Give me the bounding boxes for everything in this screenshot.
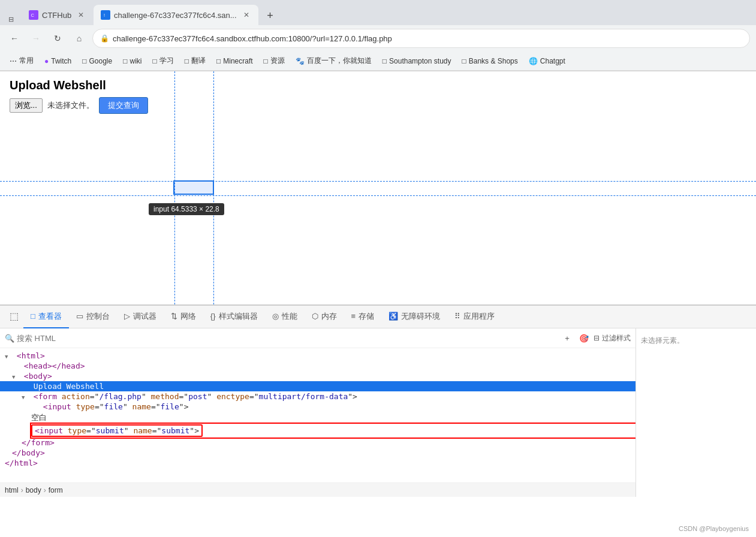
inspector-tooltip-size: 64.5333 × 22.8	[171, 205, 219, 213]
address-bar: ← → ↻ ⌂ 🔒 challenge-67c337ec377fc6c4.san…	[0, 25, 756, 52]
bookmark-study-icon: □	[152, 57, 156, 65]
search-input[interactable]	[17, 334, 558, 343]
reload-button[interactable]: ↻	[49, 30, 66, 47]
input-submit-name-attr: name	[133, 426, 152, 435]
bookmark-changeyong[interactable]: ⋯ 常用	[5, 54, 38, 68]
tab-challenge[interactable]: ! challenge-67c337ec377fc6c4.san... ✕	[94, 5, 258, 25]
bookmark-baidu-icon: 🐾	[296, 57, 305, 65]
bookmark-baidu[interactable]: 🐾 百度一下，你就知道	[291, 54, 377, 68]
breadcrumb-sep-1: ›	[21, 486, 23, 494]
bookmark-resource[interactable]: □ 资源	[259, 54, 290, 68]
form-open-tag: <form	[34, 392, 62, 401]
bookmarks-bar: ⋯ 常用 ● Twitch □ Google □ wiki □ 学习 □ 翻译 …	[0, 52, 756, 71]
bookmark-wiki[interactable]: □ wiki	[118, 55, 146, 67]
browser-chrome: ⊟ C CTFHub ✕ ! challenge-67c337ec377fc6c…	[0, 0, 756, 71]
form-action-value: /flag.php	[99, 392, 141, 401]
page-title: Upload Webshell	[10, 79, 746, 92]
devtools-tab-memory[interactable]: ⬡ 内存	[305, 306, 344, 328]
back-button[interactable]: ←	[6, 30, 23, 47]
breadcrumb-body[interactable]: body	[26, 486, 41, 494]
body-close-tag: </body>	[12, 448, 45, 457]
tab-ctfhub-close[interactable]: ✕	[76, 10, 86, 20]
inspector-label: 查看器	[38, 311, 62, 322]
breadcrumb-html[interactable]: html	[5, 486, 19, 494]
submit-red-box: <input type="submit" name="submit">	[31, 424, 203, 437]
form-action-attr: action	[62, 392, 90, 401]
bookmark-chatgpt-label: Chatgpt	[540, 57, 565, 65]
tree-form-close[interactable]: </form>	[0, 438, 635, 448]
tab-bar: ⊟ C CTFHub ✕ ! challenge-67c337ec377fc6c…	[0, 0, 756, 25]
tree-input-file[interactable]: <input type="file" name="file">	[0, 402, 635, 412]
input-file-tag: <input	[43, 402, 76, 411]
accessibility-label: 无障碍环境	[401, 311, 440, 322]
debugger-icon: ▷	[124, 312, 130, 321]
devtools-pick-btn[interactable]: ⬚	[5, 306, 23, 328]
performance-label: 性能	[282, 311, 297, 322]
devtools-tab-performance[interactable]: ◎ 性能	[265, 306, 305, 328]
tree-form[interactable]: <form action="/flag.php" method="post" e…	[0, 391, 635, 402]
devtools-tab-inspector[interactable]: □ 查看器	[23, 306, 69, 328]
storage-label: 存储	[359, 311, 374, 322]
bookmark-resource-label: 资源	[270, 56, 285, 66]
devtools-tab-application[interactable]: ⠿ 应用程序	[447, 306, 502, 328]
breadcrumb-bar: html › body › form	[0, 482, 635, 497]
tree-head[interactable]: <head></head>	[0, 361, 635, 371]
breadcrumb-form[interactable]: form	[49, 486, 63, 494]
inspector-hline-top	[0, 181, 756, 182]
application-icon: ⠿	[454, 312, 460, 321]
tab-ctfhub-label: CTFHub	[42, 11, 71, 20]
form-method-attr: method	[151, 392, 179, 401]
pick-element-button[interactable]: 🎯	[577, 331, 591, 345]
sidebar-toggle-btn[interactable]: ⊟	[5, 13, 17, 25]
tab-ctfhub[interactable]: C CTFHub ✕	[22, 5, 94, 25]
devtools-tab-network[interactable]: ⇅ 网络	[164, 306, 203, 328]
security-icon: 🔒	[100, 34, 109, 43]
bookmark-banks-icon: □	[462, 57, 466, 65]
tree-body-close[interactable]: </body>	[0, 448, 635, 458]
bookmark-study[interactable]: □ 学习	[147, 54, 178, 68]
bookmark-twitch[interactable]: ● Twitch	[40, 55, 76, 67]
devtools-tab-style-editor[interactable]: {} 样式编辑器	[203, 306, 265, 328]
style-editor-icon: {}	[210, 312, 216, 321]
console-icon: ▭	[76, 312, 83, 321]
bookmark-southampton[interactable]: □ Southampton study	[378, 55, 456, 67]
submit-button[interactable]: 提交查询	[99, 97, 148, 114]
bookmark-twitch-label: Twitch	[51, 57, 71, 65]
devtools-tab-storage[interactable]: ≡ 存储	[344, 306, 382, 328]
tree-empty-text[interactable]: 空白	[0, 412, 635, 424]
form-enctype-value: multipart/form-data	[259, 392, 348, 401]
tab-ctfhub-icon: C	[29, 10, 38, 20]
debugger-label: 调试器	[133, 311, 156, 322]
bookmark-wiki-icon: □	[123, 57, 127, 65]
bookmark-banks-label: Banks & Shops	[469, 57, 518, 65]
bookmark-google[interactable]: □ Google	[77, 55, 117, 67]
bookmark-translate[interactable]: □ 翻译	[180, 54, 210, 68]
tree-html[interactable]: <html>	[0, 351, 635, 361]
search-actions: + 🎯 ⊟ 过滤样式	[560, 331, 631, 345]
filter-icon: ⊟	[594, 334, 600, 342]
network-label: 网络	[180, 311, 196, 322]
tree-input-submit[interactable]: <input type="submit" name="submit">	[31, 424, 635, 438]
address-input-wrap[interactable]: 🔒 challenge-67c337ec377fc6c4.sandbox.ctf…	[92, 29, 750, 48]
tree-upload-text[interactable]: Upload Webshell	[0, 381, 635, 391]
style-editor-label: 样式编辑器	[219, 311, 258, 322]
page-content: Upload Webshell 浏览... 未选择文件。 提交查询 input …	[0, 71, 756, 305]
file-browse-button[interactable]: 浏览...	[10, 98, 43, 113]
tree-body[interactable]: <body>	[0, 371, 635, 381]
devtools-tab-debugger[interactable]: ▷ 调试器	[117, 306, 164, 328]
tree-html-close[interactable]: </html>	[0, 458, 635, 468]
html-close-tag: </html>	[5, 458, 38, 467]
devtools-tab-accessibility[interactable]: ♿ 无障碍环境	[381, 306, 447, 328]
new-tab-button[interactable]: +	[261, 6, 280, 25]
home-button[interactable]: ⌂	[71, 30, 88, 47]
application-label: 应用程序	[463, 311, 495, 322]
tab-challenge-close[interactable]: ✕	[242, 10, 251, 20]
forward-button[interactable]: →	[28, 30, 44, 47]
bookmark-chatgpt[interactable]: 🌐 Chatgpt	[524, 55, 570, 67]
input-file-name-attr: name	[132, 402, 151, 411]
bookmark-banks[interactable]: □ Banks & Shops	[457, 55, 522, 67]
bookmark-minecraft[interactable]: □ Minecraft	[212, 55, 258, 67]
devtools-tab-console[interactable]: ▭ 控制台	[69, 306, 117, 328]
add-node-button[interactable]: +	[560, 331, 574, 345]
svg-text:!: !	[104, 13, 105, 18]
